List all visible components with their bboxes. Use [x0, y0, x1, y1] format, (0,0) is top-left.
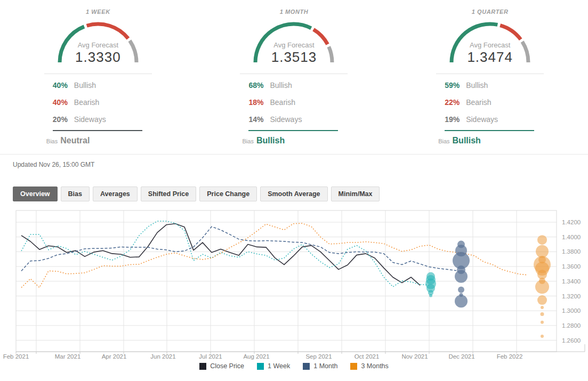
x-axis-label: Feb 2021: [3, 353, 29, 360]
y-axis-label: 1.3200: [562, 293, 581, 299]
x-axis-label: Feb 2022: [497, 353, 523, 360]
stats-list: 59%Bullish22%Bearish19%Sideways: [436, 77, 544, 128]
bias-divider: [445, 130, 534, 131]
tab-shifted-price[interactable]: Shifted Price: [141, 187, 196, 201]
divider: [240, 74, 348, 74]
forecast-panel: 1 MONTH Avg Forecast 1.3513 68%Bullish18…: [196, 4, 392, 145]
bias-label: Bias: [242, 138, 253, 144]
panel-stats: 68%Bullish18%Bearish14%Sideways Bias Bul…: [240, 74, 348, 145]
stat-percent: 20%: [53, 115, 74, 124]
bias-label: Bias: [46, 138, 58, 144]
stat-percent: 22%: [445, 98, 466, 107]
chart-tabs: OverviewBiasAveragesShifted PricePrice C…: [13, 187, 588, 201]
stat-label: Bearish: [466, 98, 491, 107]
legend-swatch: [303, 363, 310, 370]
stats-list: 40%Bullish40%Bearish20%Sideways: [44, 77, 152, 128]
y-axis-label: 1.2800: [562, 322, 581, 329]
divider: [44, 74, 152, 74]
stats-list: 68%Bullish18%Bearish14%Sideways: [240, 77, 348, 128]
legend-item-1-week[interactable]: 1 Week: [257, 362, 290, 370]
tab-price-change[interactable]: Price Change: [199, 187, 257, 201]
bias-value: Bullish: [256, 136, 285, 145]
tab-smooth-average[interactable]: Smooth Average: [260, 187, 327, 201]
y-axis-label: 1.2600: [562, 337, 581, 344]
bias-divider: [248, 130, 338, 131]
stat-percent: 40%: [53, 98, 74, 107]
forecast-chart: 1.42001.40001.38001.36001.34001.32001.30…: [0, 207, 588, 370]
bias-row: Bias Bullish: [436, 136, 544, 145]
y-axis-label: 1.3600: [562, 263, 581, 270]
period-title: 1 QUARTER: [472, 9, 509, 15]
bias-row: Bias Neutral: [44, 136, 152, 145]
forecast-bubble: [535, 280, 549, 294]
stat-percent: 19%: [445, 115, 466, 124]
legend-item-close-price[interactable]: Close Price: [199, 362, 244, 370]
forecast-bubble: [541, 306, 544, 309]
series-close-price: [21, 224, 420, 286]
forecast-bubble: [537, 235, 547, 245]
forecast-bubble: [458, 287, 464, 293]
x-axis-label: Jul 2021: [199, 353, 222, 360]
forecast-panel: 1 QUARTER Avg Forecast 1.3474 59%Bullish…: [392, 4, 588, 145]
updated-timestamp: Updated Nov 26, 15:00 GMT: [13, 161, 588, 168]
y-axis-label: 1.4200: [562, 219, 581, 225]
stat-label: Bullish: [270, 81, 292, 90]
x-axis-label: Apr 2021: [102, 353, 127, 360]
legend-label: 1 Month: [313, 362, 337, 370]
series-1-week: [21, 221, 429, 287]
stat-percent: 14%: [248, 115, 270, 124]
stat-percent: 40%: [53, 81, 74, 90]
avg-forecast-value: 1.3474: [447, 49, 533, 66]
x-axis-label: Mar 2021: [55, 353, 81, 360]
legend-item-1-month[interactable]: 1 Month: [303, 362, 337, 370]
period-title: 1 MONTH: [280, 9, 309, 15]
stat-row: 40%Bearish: [44, 94, 152, 111]
stat-percent: 18%: [248, 98, 270, 107]
avg-forecast-label: Avg Forecast: [447, 41, 533, 49]
stat-label: Bearish: [270, 98, 295, 107]
stat-label: Sideways: [74, 115, 106, 124]
forecast-bubble: [541, 335, 544, 338]
bias-value: Bullish: [453, 136, 481, 145]
section-divider: [0, 154, 588, 155]
forecast-bubble: [537, 295, 547, 305]
y-axis-label: 1.3400: [562, 278, 581, 285]
chart-plot-area: 1.42001.40001.38001.36001.34001.32001.30…: [0, 207, 588, 362]
period-title: 1 WEEK: [86, 9, 110, 15]
gauge: Avg Forecast 1.3474: [447, 19, 533, 66]
stat-row: 14%Sideways: [240, 111, 348, 128]
forecast-bubble: [541, 312, 544, 316]
legend-label: 1 Week: [268, 362, 290, 370]
tab-minim-max[interactable]: Minim/Max: [331, 187, 380, 201]
avg-forecast-label: Avg Forecast: [251, 41, 336, 49]
avg-forecast-value: 1.3513: [251, 49, 336, 66]
x-axis-label: Sep 2021: [305, 353, 332, 360]
stat-label: Sideways: [270, 115, 302, 124]
legend-swatch: [199, 363, 206, 370]
forecast-bubble: [429, 294, 432, 297]
stat-row: 68%Bullish: [240, 77, 348, 94]
stat-row: 59%Bullish: [436, 77, 544, 94]
y-axis-label: 1.3800: [562, 248, 581, 255]
x-axis-label: Dec 2021: [448, 353, 474, 360]
stat-row: 40%Bullish: [44, 77, 152, 94]
tab-averages[interactable]: Averages: [93, 187, 138, 201]
bias-value: Neutral: [60, 136, 90, 145]
forecast-panels: 1 WEEK Avg Forecast 1.3330 40%Bullish40%…: [0, 0, 588, 145]
forecast-bubble: [536, 245, 549, 258]
legend-swatch: [350, 363, 357, 370]
legend-label: Close Price: [210, 362, 244, 370]
x-axis-label: Nov 2021: [401, 353, 428, 360]
stat-row: 20%Sideways: [44, 111, 152, 128]
stat-label: Sideways: [466, 115, 498, 124]
legend-label: 3 Months: [361, 362, 388, 370]
x-axis-label: Jun 2021: [150, 353, 175, 360]
tab-bias[interactable]: Bias: [61, 187, 90, 201]
forecast-panel: 1 WEEK Avg Forecast 1.3330 40%Bullish40%…: [0, 4, 196, 145]
tab-overview[interactable]: Overview: [13, 187, 58, 201]
bias-divider: [53, 130, 142, 131]
gauge-segment: [500, 26, 521, 39]
avg-forecast-value: 1.3330: [55, 49, 141, 66]
x-axis-label: Oct 2021: [355, 353, 380, 360]
legend-item-3-months[interactable]: 3 Months: [350, 362, 388, 370]
